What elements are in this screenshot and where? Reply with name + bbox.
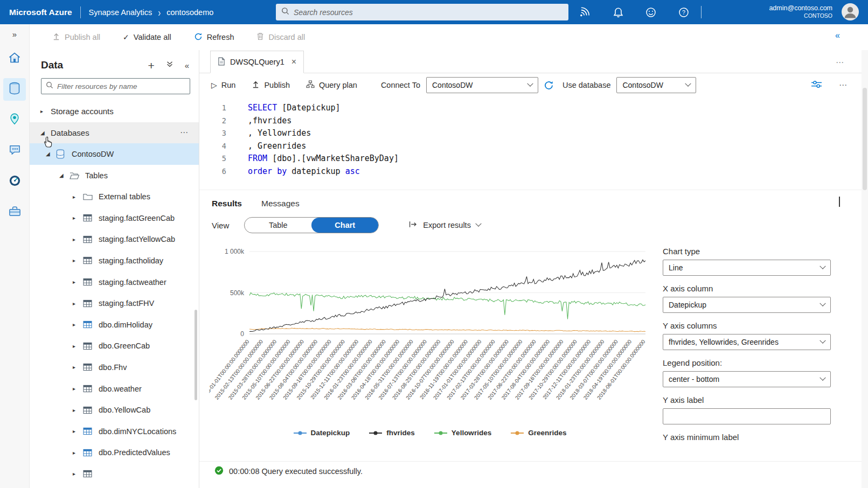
- chevron-expanded-icon[interactable]: ◢: [40, 130, 51, 136]
- tree-item-dbo-predictedvalues[interactable]: ▸dbo.PredictedValues: [30, 442, 199, 464]
- chevron-right-icon[interactable]: ▸: [73, 428, 83, 434]
- chevron-right-icon[interactable]: ▸: [40, 108, 51, 114]
- chevron-right-icon[interactable]: ▸: [73, 450, 83, 456]
- nav-home-button[interactable]: [3, 47, 26, 70]
- code-line-3[interactable]: 3, Yellowrides: [199, 127, 868, 140]
- run-button[interactable]: ▷ Run: [211, 81, 235, 89]
- tab-results[interactable]: Results: [212, 199, 242, 208]
- more-options-icon[interactable]: ⋯: [180, 128, 189, 137]
- breadcrumb-app[interactable]: Synapse Analytics: [89, 8, 152, 17]
- chevron-right-icon[interactable]: ▸: [73, 236, 83, 242]
- y-axis-label-input[interactable]: [663, 408, 831, 424]
- query-plan-button[interactable]: Query plan: [306, 80, 357, 90]
- tree-item-dbo-greencab[interactable]: ▸dbo.GreenCab: [30, 336, 199, 357]
- collapse-data-panel-icon[interactable]: «: [185, 61, 189, 70]
- collapse-panel-icon[interactable]: «: [835, 31, 840, 40]
- code-line-4[interactable]: 4, Greenrides: [199, 140, 868, 153]
- chevron-right-icon[interactable]: ▸: [73, 407, 83, 413]
- search-box[interactable]: [276, 4, 568, 20]
- filter-box[interactable]: [41, 78, 190, 94]
- chevron-right-icon[interactable]: ▸: [73, 215, 83, 221]
- breadcrumb-workspace[interactable]: contosodemo: [166, 8, 213, 17]
- tree-scrollbar[interactable]: [195, 310, 197, 400]
- tree-item-staging-factyellowcab[interactable]: ▸staging.factYellowCab: [30, 229, 199, 250]
- add-resource-icon[interactable]: +: [148, 60, 154, 71]
- help-icon[interactable]: ?: [677, 6, 690, 19]
- tree-item-staging-factholiday[interactable]: ▸staging.factholiday: [30, 250, 199, 271]
- x-axis-column-dropdown[interactable]: Datepickup: [663, 297, 831, 313]
- search-input[interactable]: [294, 8, 563, 17]
- nav-data-button[interactable]: [3, 78, 26, 101]
- chart-type-dropdown[interactable]: Line: [663, 260, 831, 276]
- code-line-5[interactable]: 5FROM [dbo].[vwMarketShareByDay]: [199, 152, 868, 165]
- tree-item-dbo-weather[interactable]: ▸dbo.weather: [30, 378, 199, 400]
- tree-item-storage-accounts[interactable]: ▸Storage accounts: [30, 101, 199, 122]
- nav-integrate-button[interactable]: [3, 140, 26, 162]
- tree-item-contosodw[interactable]: ◢ContosoDW: [30, 143, 199, 165]
- tree-item-staging-factgreencab[interactable]: ▸staging.factGreenCab: [30, 207, 199, 229]
- collapse-results-icon[interactable]: [839, 197, 840, 206]
- collapse-all-icon[interactable]: [166, 60, 173, 70]
- nav-manage-button[interactable]: [3, 201, 26, 224]
- y-axis-columns-dropdown[interactable]: fhvrides, Yellowrides, Greenrides: [663, 334, 831, 350]
- publish-button[interactable]: Publish: [252, 80, 290, 90]
- validate-all-button[interactable]: ✓ Validate all: [123, 33, 171, 41]
- scrollbar-thumb[interactable]: [863, 88, 867, 190]
- nav-monitor-button[interactable]: [3, 170, 26, 193]
- chevron-right-icon[interactable]: ▸: [73, 322, 83, 327]
- close-icon[interactable]: ×: [291, 57, 296, 67]
- tree-item-dbo-dimnyclocations[interactable]: ▸dbo.dimNYCLocations: [30, 421, 199, 442]
- discard-all-button[interactable]: Discard all: [256, 32, 305, 42]
- tree-item-dbo-yellowcab[interactable]: ▸dbo.YellowCab: [30, 399, 199, 421]
- connect-to-dropdown[interactable]: ContosoDW: [426, 77, 538, 93]
- legend-item-datepickup[interactable]: Datepickup: [294, 429, 350, 437]
- azure-brand[interactable]: Microsoft Azure: [0, 8, 72, 17]
- chevron-right-icon[interactable]: ▸: [73, 386, 83, 392]
- tree-item-tables[interactable]: ◢Tables: [30, 165, 199, 186]
- code-line-1[interactable]: 1SELECT [Datepickup]: [199, 102, 868, 115]
- chevron-expanded-icon[interactable]: ◢: [59, 172, 70, 178]
- tree-item-partial[interactable]: ▸: [30, 463, 199, 485]
- bell-icon[interactable]: [612, 6, 624, 19]
- chevron-right-icon[interactable]: ▸: [73, 343, 83, 349]
- chevron-right-icon[interactable]: ▸: [73, 257, 83, 263]
- chevron-right-icon[interactable]: ▸: [73, 471, 83, 477]
- sql-editor[interactable]: 1SELECT [Datepickup]2,fhvrides3, Yellowr…: [199, 97, 868, 190]
- tab-strip-more-icon[interactable]: ⋯: [836, 58, 844, 67]
- legend-item-yellowrides[interactable]: Yellowrides: [434, 429, 491, 437]
- legend-position-dropdown[interactable]: center - bottom: [663, 371, 831, 387]
- chevron-right-icon[interactable]: ▸: [73, 279, 83, 285]
- refresh-button[interactable]: Refresh: [194, 32, 234, 43]
- legend-item-fhvrides[interactable]: fhvrides: [369, 429, 415, 437]
- tab-dwsqlquery1[interactable]: DWSQLQuery1 ×: [210, 51, 304, 73]
- legend-item-greenrides[interactable]: Greenrides: [511, 429, 566, 437]
- window-scrollbar[interactable]: [862, 50, 868, 488]
- settings-icon[interactable]: [811, 80, 822, 90]
- publish-all-button[interactable]: Publish all: [52, 32, 100, 42]
- tree-item-databases[interactable]: ◢Databases⋯: [30, 122, 199, 144]
- view-option-chart[interactable]: Chart: [311, 218, 378, 233]
- use-database-dropdown[interactable]: ContosoDW: [616, 77, 696, 93]
- account-info[interactable]: admin@contoso.com CONTOSO: [769, 4, 832, 20]
- toolbar-more-icon[interactable]: ⋯: [839, 80, 848, 90]
- chevron-right-icon[interactable]: ▸: [73, 194, 83, 200]
- tree-item-staging-factweather[interactable]: ▸staging.factweather: [30, 271, 199, 293]
- tree-item-staging-factfhv[interactable]: ▸staging.factFHV: [30, 292, 199, 314]
- expand-nav-icon[interactable]: »: [12, 30, 17, 39]
- refresh-database-icon[interactable]: [544, 80, 554, 90]
- export-results-button[interactable]: Export results: [409, 220, 481, 230]
- code-line-6[interactable]: 6order by datepickup asc: [199, 165, 868, 178]
- chevron-expanded-icon[interactable]: ◢: [46, 151, 56, 157]
- signal-icon[interactable]: [579, 6, 592, 19]
- tree-item-external-tables[interactable]: ▸External tables: [30, 186, 199, 207]
- tree-item-dbo-fhv[interactable]: ▸dbo.Fhv: [30, 357, 199, 378]
- code-line-2[interactable]: 2,fhvrides: [199, 115, 868, 128]
- view-option-table[interactable]: Table: [245, 218, 311, 233]
- chevron-right-icon[interactable]: ▸: [73, 364, 83, 370]
- nav-develop-button[interactable]: [3, 109, 26, 131]
- tab-messages[interactable]: Messages: [261, 199, 300, 208]
- smiley-icon[interactable]: [644, 6, 657, 19]
- chevron-right-icon[interactable]: ▸: [73, 301, 83, 306]
- filter-input[interactable]: [57, 82, 185, 90]
- tree-item-dbo-dimholiday[interactable]: ▸dbo.dimHoliday: [30, 314, 199, 336]
